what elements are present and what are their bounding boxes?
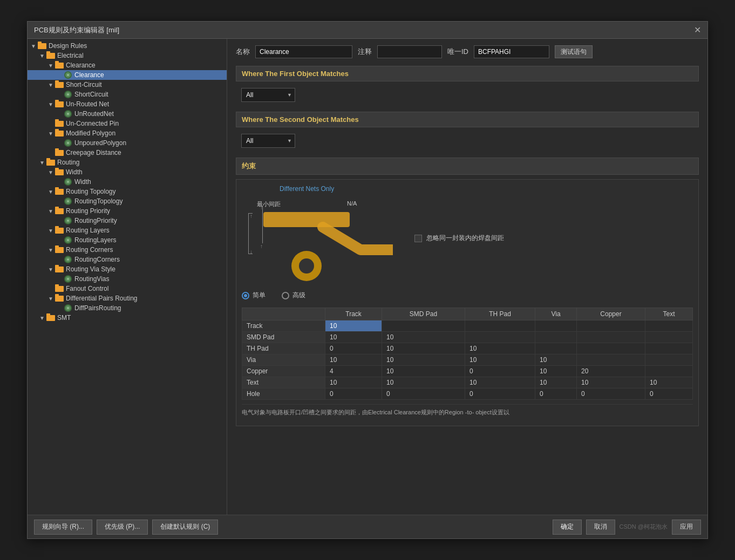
tree-item-routing-priority-rule[interactable]: RoutingPriority	[28, 216, 227, 226]
tree-arrow-routing-priority[interactable]: ▼	[47, 208, 55, 214]
cell-6-6[interactable]: 0	[645, 388, 693, 400]
comment-input[interactable]	[377, 45, 442, 58]
tree-item-electrical[interactable]: ▼Electrical	[28, 51, 227, 60]
cell-3-3[interactable]: 10	[465, 354, 535, 366]
tree-item-unpoured-polygon[interactable]: UnpouredPolygon	[28, 138, 227, 148]
tree-arrow-routing-layers[interactable]: ▼	[47, 228, 55, 234]
cell-3-5[interactable]	[577, 354, 645, 366]
cell-5-3[interactable]: 10	[465, 377, 535, 388]
priority-btn[interactable]: 优先级 (P)...	[97, 520, 148, 535]
tree-arrow-electrical[interactable]: ▼	[38, 53, 46, 59]
cell-2-1[interactable]: 0	[325, 343, 382, 354]
tree-item-routing-corners-rule[interactable]: RoutingCorners	[28, 255, 227, 264]
tree-item-routing-corners[interactable]: ▼Routing Corners	[28, 245, 227, 255]
cancel-btn[interactable]: 取消	[586, 520, 615, 535]
tree-item-un-routed-net-rule[interactable]: UnRoutedNet	[28, 109, 227, 119]
tree-arrow-routing[interactable]: ▼	[38, 160, 46, 166]
cell-6-4[interactable]: 0	[535, 388, 577, 400]
cell-5-1[interactable]: 10	[325, 377, 382, 388]
wizard-btn[interactable]: 规则向导 (R)...	[34, 520, 92, 535]
cell-6-2[interactable]: 0	[382, 388, 465, 400]
cell-0-6[interactable]	[645, 320, 693, 332]
tree-arrow-clearance-group[interactable]: ▼	[47, 63, 55, 69]
cell-3-6[interactable]	[645, 354, 693, 366]
tree-item-smt[interactable]: ▼SMT	[28, 313, 227, 323]
cell-6-1[interactable]: 0	[325, 388, 382, 400]
tree-item-routing-topology-rule[interactable]: RoutingTopology	[28, 196, 227, 206]
cell-0-1[interactable]: 10	[325, 320, 382, 332]
cell-4-1[interactable]: 4	[325, 366, 382, 377]
tree-arrow-un-routed-net[interactable]: ▼	[47, 101, 55, 107]
cell-1-1[interactable]: 10	[325, 332, 382, 343]
cell-1-5[interactable]	[577, 332, 645, 343]
tree-arrow-width[interactable]: ▼	[47, 169, 55, 175]
cell-2-5[interactable]	[577, 343, 645, 354]
cell-6-3[interactable]: 0	[465, 388, 535, 400]
cell-1-4[interactable]	[535, 332, 577, 343]
tree-item-clearance-group[interactable]: ▼Clearance	[28, 60, 227, 70]
tree-item-modified-polygon[interactable]: ▼Modified Polygon	[28, 128, 227, 138]
tree-item-routing-topology[interactable]: ▼Routing Topology	[28, 187, 227, 196]
cell-4-6[interactable]	[645, 366, 693, 377]
tree-item-un-connected-pin[interactable]: Un-Connected Pin	[28, 119, 227, 128]
tree-item-design-rules[interactable]: ▼Design Rules	[28, 41, 227, 51]
cell-3-2[interactable]: 10	[382, 354, 465, 366]
tree-arrow-modified-polygon[interactable]: ▼	[47, 131, 55, 136]
cell-1-2[interactable]: 10	[382, 332, 465, 343]
cell-5-5[interactable]: 10	[577, 377, 645, 388]
cell-2-6[interactable]	[645, 343, 693, 354]
cell-0-5[interactable]	[577, 320, 645, 332]
tree-item-creepage-distance[interactable]: Creepage Distance	[28, 148, 227, 158]
cell-3-4[interactable]: 10	[535, 354, 577, 366]
tree-item-routing-via-style[interactable]: ▼Routing Via Style	[28, 264, 227, 274]
tree-arrow-smt[interactable]: ▼	[38, 315, 46, 321]
tree-item-diff-pairs[interactable]: ▼Differential Pairs Routing	[28, 293, 227, 303]
cell-4-4[interactable]: 10	[535, 366, 577, 377]
where-first-select[interactable]: All Net Net Class Layer	[241, 88, 295, 102]
cell-5-4[interactable]: 10	[535, 377, 577, 388]
create-btn[interactable]: 创建默认规则 (C)	[152, 520, 218, 535]
cell-2-3[interactable]: 10	[465, 343, 535, 354]
apply-btn[interactable]: 应用	[672, 520, 701, 535]
radio-simple-btn[interactable]	[242, 292, 249, 299]
cell-5-2[interactable]: 10	[382, 377, 465, 388]
cell-1-6[interactable]	[645, 332, 693, 343]
cell-6-5[interactable]: 0	[577, 388, 645, 400]
tree-arrow-design-rules[interactable]: ▼	[30, 43, 37, 49]
tree-item-fanout-control[interactable]: Fanout Control	[28, 284, 227, 293]
close-button[interactable]: ✕	[694, 26, 701, 35]
cell-1-3[interactable]	[465, 332, 535, 343]
where-second-select[interactable]: All Net Net Class Layer	[241, 134, 295, 148]
tree-arrow-routing-via-style[interactable]: ▼	[47, 267, 55, 272]
cell-4-2[interactable]: 10	[382, 366, 465, 377]
cell-2-2[interactable]: 10	[382, 343, 465, 354]
ok-btn[interactable]: 确定	[553, 520, 582, 535]
tree-item-un-routed-net[interactable]: ▼Un-Routed Net	[28, 99, 227, 109]
tree-item-diff-pairs-rule[interactable]: DiffPairsRouting	[28, 303, 227, 313]
tree-arrow-diff-pairs[interactable]: ▼	[47, 296, 55, 302]
tree-item-routing-layers[interactable]: ▼Routing Layers	[28, 226, 227, 235]
tree-item-short-circuit-rule[interactable]: ShortCircuit	[28, 90, 227, 99]
tree-arrow-routing-corners[interactable]: ▼	[47, 247, 55, 253]
cell-4-5[interactable]: 20	[577, 366, 645, 377]
cell-0-2[interactable]	[382, 320, 465, 332]
cell-0-4[interactable]	[535, 320, 577, 332]
tree-item-width-rule[interactable]: Width	[28, 177, 227, 187]
name-input[interactable]	[255, 45, 352, 58]
cell-2-4[interactable]	[535, 343, 577, 354]
tree-item-short-circuit[interactable]: ▼Short-Circuit	[28, 80, 227, 90]
cell-3-1[interactable]: 10	[325, 354, 382, 366]
tree-arrow-routing-topology[interactable]: ▼	[47, 189, 55, 195]
tree-item-routing-layers-rule[interactable]: RoutingLayers	[28, 235, 227, 245]
tree-arrow-short-circuit[interactable]: ▼	[47, 82, 55, 88]
tree-item-routing-priority[interactable]: ▼Routing Priority	[28, 206, 227, 216]
uid-input[interactable]	[474, 45, 549, 58]
cell-0-3[interactable]	[465, 320, 535, 332]
cell-4-3[interactable]: 0	[465, 366, 535, 377]
tree-container[interactable]: ▼Design Rules▼Electrical▼ClearanceCleara…	[28, 39, 227, 515]
cell-5-6[interactable]: 10	[645, 377, 693, 388]
tree-item-width[interactable]: ▼Width	[28, 167, 227, 177]
tree-item-routing-vias-rule[interactable]: RoutingVias	[28, 274, 227, 284]
test-btn[interactable]: 测试语句	[555, 45, 593, 58]
ignore-checkbox[interactable]	[414, 235, 422, 242]
